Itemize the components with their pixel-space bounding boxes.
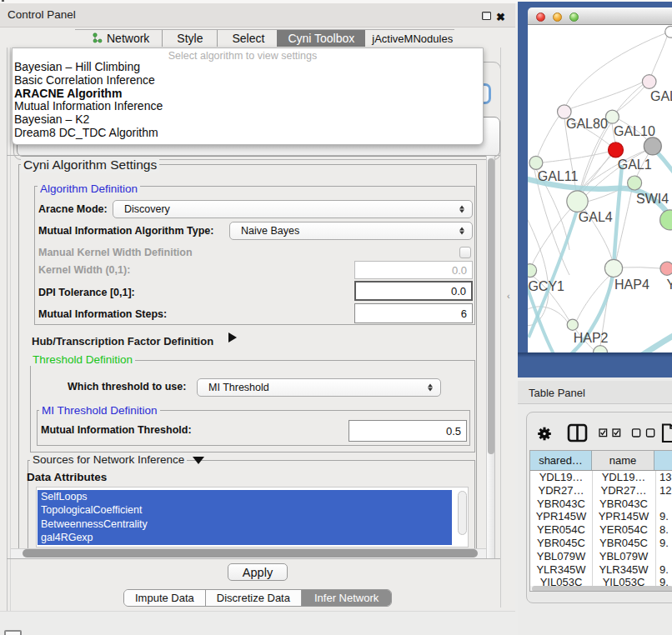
svg-text:GAL2: GAL2 — [650, 89, 672, 103]
svg-text:HAP4: HAP4 — [614, 278, 649, 292]
svg-text:GAL80: GAL80 — [566, 117, 608, 131]
svg-text:HAP2: HAP2 — [574, 331, 609, 345]
svg-text:GAL11: GAL11 — [538, 169, 579, 183]
svg-text:GAL1: GAL1 — [618, 158, 652, 172]
svg-text:Y: Y — [666, 278, 672, 292]
svg-text:GCY1: GCY1 — [528, 279, 564, 293]
svg-text:GAL10: GAL10 — [614, 124, 655, 138]
svg-text:SWI4: SWI4 — [636, 192, 669, 206]
svg-text:GAL4: GAL4 — [579, 210, 613, 224]
